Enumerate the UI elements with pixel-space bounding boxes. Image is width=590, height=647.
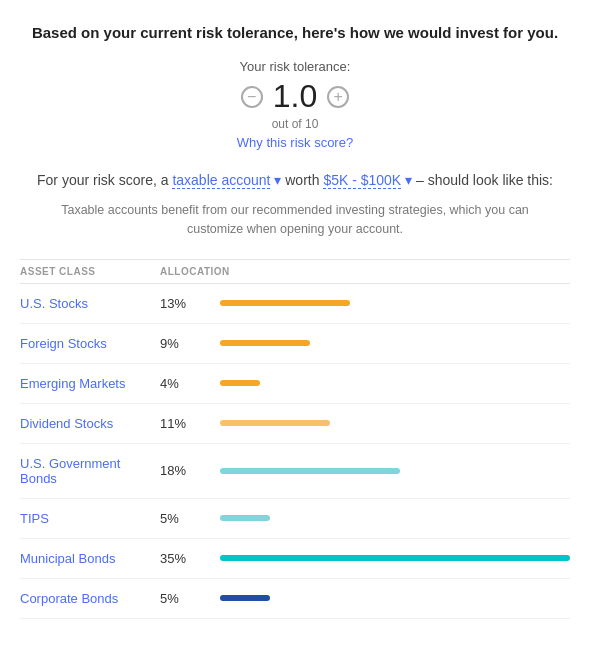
- table-row: U.S. Government Bonds 18%: [20, 444, 570, 499]
- bar-container-7: [220, 595, 570, 601]
- bar-container-2: [220, 380, 570, 386]
- asset-name-6[interactable]: Municipal Bonds: [20, 551, 160, 566]
- bar-4: [220, 468, 400, 474]
- risk-score-row: − 1.0 +: [20, 78, 570, 115]
- risk-score: 1.0: [273, 78, 317, 115]
- bar-5: [220, 515, 270, 521]
- table-row: Corporate Bonds 5%: [20, 579, 570, 619]
- why-risk-score-link[interactable]: Why this risk score?: [237, 135, 353, 150]
- alloc-pct-7: 5%: [160, 591, 220, 606]
- out-of: out of 10: [20, 117, 570, 131]
- col-header-alloc: ALLOCATION: [160, 266, 220, 277]
- page-container: Based on your current risk tolerance, he…: [0, 0, 590, 647]
- risk-label: Your risk tolerance:: [20, 59, 570, 74]
- asset-name-4[interactable]: U.S. Government Bonds: [20, 456, 160, 486]
- increment-button[interactable]: +: [327, 86, 349, 108]
- account-line-prefix: For your risk score, a: [37, 172, 168, 188]
- alloc-pct-3: 11%: [160, 416, 220, 431]
- asset-name-5[interactable]: TIPS: [20, 511, 160, 526]
- asset-name-2[interactable]: Emerging Markets: [20, 376, 160, 391]
- account-type-link[interactable]: taxable account: [172, 172, 270, 189]
- bar-3: [220, 420, 330, 426]
- bar-7: [220, 595, 270, 601]
- bar-2: [220, 380, 260, 386]
- table-header: ASSET CLASS ALLOCATION: [20, 259, 570, 284]
- bar-container-0: [220, 300, 570, 306]
- alloc-pct-6: 35%: [160, 551, 220, 566]
- bar-6: [220, 555, 570, 561]
- account-range-link[interactable]: $5K - $100K: [323, 172, 401, 189]
- asset-name-3[interactable]: Dividend Stocks: [20, 416, 160, 431]
- bar-container-6: [220, 555, 570, 561]
- bar-1: [220, 340, 310, 346]
- account-line: For your risk score, a taxable account ▾…: [20, 170, 570, 191]
- allocation-table: U.S. Stocks 13% Foreign Stocks 9% Emergi…: [20, 284, 570, 619]
- account-line-suffix: should look like this:: [428, 172, 553, 188]
- table-row: Municipal Bonds 35%: [20, 539, 570, 579]
- table-row: Emerging Markets 4%: [20, 364, 570, 404]
- table-row: Dividend Stocks 11%: [20, 404, 570, 444]
- table-row: TIPS 5%: [20, 499, 570, 539]
- bar-container-4: [220, 468, 570, 474]
- sub-description: Taxable accounts benefit from our recomm…: [20, 201, 570, 239]
- alloc-pct-5: 5%: [160, 511, 220, 526]
- alloc-pct-2: 4%: [160, 376, 220, 391]
- account-line-arrow[interactable]: ▾: [274, 172, 285, 188]
- alloc-pct-1: 9%: [160, 336, 220, 351]
- bar-container-3: [220, 420, 570, 426]
- table-row: U.S. Stocks 13%: [20, 284, 570, 324]
- account-range-arrow[interactable]: ▾: [405, 172, 416, 188]
- asset-name-1[interactable]: Foreign Stocks: [20, 336, 160, 351]
- table-row: Foreign Stocks 9%: [20, 324, 570, 364]
- bar-container-1: [220, 340, 570, 346]
- decrement-button[interactable]: −: [241, 86, 263, 108]
- alloc-pct-4: 18%: [160, 463, 220, 478]
- bar-0: [220, 300, 350, 306]
- col-header-asset: ASSET CLASS: [20, 266, 160, 277]
- alloc-pct-0: 13%: [160, 296, 220, 311]
- bar-container-5: [220, 515, 570, 521]
- asset-name-0[interactable]: U.S. Stocks: [20, 296, 160, 311]
- headline: Based on your current risk tolerance, he…: [20, 24, 570, 41]
- account-line-connector: worth: [285, 172, 319, 188]
- asset-name-7[interactable]: Corporate Bonds: [20, 591, 160, 606]
- risk-section: Your risk tolerance: − 1.0 + out of 10 W…: [20, 59, 570, 150]
